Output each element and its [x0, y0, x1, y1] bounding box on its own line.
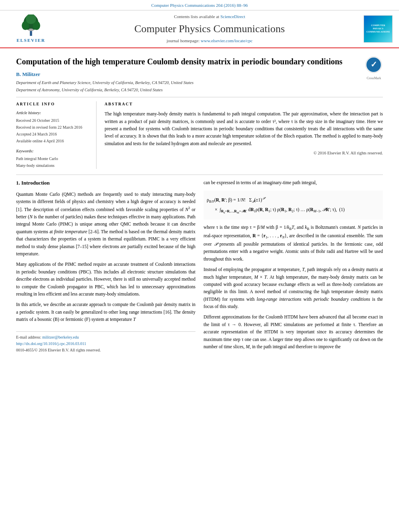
- introduction-heading: 1. Introduction: [16, 179, 195, 187]
- right-col-para-2: Instead of employing the propagator at t…: [204, 266, 383, 310]
- keyword-2: Many-body simulations: [16, 162, 90, 169]
- elsevier-tree-icon: [15, 14, 47, 37]
- svg-text:✓: ✓: [370, 60, 377, 69]
- email-label: E-mail address:: [16, 335, 41, 339]
- equation-line-2: × ∫R0=R,...,RM=𝒫R′ dR1ρ(R, R1; τ) ρ(R1, …: [207, 205, 380, 216]
- doi-link[interactable]: http://dx.doi.org/10.1016/j.cpc.2016.03.…: [16, 341, 86, 346]
- received-date-2: Received in revised form 22 March 2016: [16, 124, 90, 131]
- email-link[interactable]: militzer@berkeley.edu: [42, 335, 79, 339]
- abstract-title: ABSTRACT: [105, 101, 383, 107]
- article-body-section: 1. Introduction Quantum Monte Carlo (QMC…: [0, 175, 399, 359]
- doi-footnote: http://dx.doi.org/10.1016/j.cpc.2016.03.…: [16, 341, 195, 347]
- article-title: Computation of the high temperature Coul…: [16, 56, 383, 67]
- history-label: Article history:: [16, 110, 90, 116]
- article-header-section: ✓ CrossMark Computation of the high temp…: [0, 48, 399, 175]
- journal-homepage-line: journal homepage: www.elsevier.com/locat…: [61, 38, 358, 44]
- article-info-abstract-section: ARTICLE INFO Article history: Received 2…: [16, 101, 383, 169]
- right-col-para-3: Different approximations for the Coulomb…: [204, 313, 383, 350]
- keywords-label: Keywords:: [16, 148, 90, 154]
- accepted-date: Accepted 24 March 2016: [16, 131, 90, 138]
- article-header-divider: [16, 97, 383, 97]
- intro-paragraph-2: Many applications of the PIMC method req…: [16, 261, 195, 298]
- crossmark-label: CrossMark: [365, 76, 383, 80]
- publisher-logo-area: ELSEVIER: [5, 14, 57, 44]
- svg-point-6: [28, 29, 34, 31]
- journal-title-area: Contents lists available at ScienceDirec…: [61, 14, 358, 44]
- keywords-section: Keywords: Path integral Monte Carlo Many…: [16, 148, 90, 169]
- citation-text: Computer Physics Communications 204 (201…: [151, 3, 248, 8]
- keyword-1: Path integral Monte Carlo: [16, 155, 90, 162]
- author-name: B. Militzer: [16, 71, 383, 78]
- crossmark-badge: ✓ CrossMark: [365, 56, 383, 80]
- equation-line-1: ρB/F(R, R′; β) = 1/N! Σ𝒫(±1)𝒫: [207, 195, 380, 205]
- journal-header: ELSEVIER Contents lists available at Sci…: [0, 10, 399, 48]
- journal-title: Computer Physics Communications: [61, 22, 358, 36]
- body-column-left: 1. Introduction Quantum Monte Carlo (QMC…: [16, 179, 195, 353]
- issn-footnote: 0010-4655/© 2016 Elsevier B.V. All right…: [16, 347, 195, 353]
- two-column-body: 1. Introduction Quantum Monte Carlo (QMC…: [16, 179, 383, 353]
- journal-cover-thumbnail: COMPUTER PHYSICS COMMUNICATIONS: [364, 15, 393, 43]
- article-info-title: ARTICLE INFO: [16, 101, 90, 107]
- right-col-para-1: where τ is the time step τ = β/M with β …: [204, 224, 383, 263]
- intro-paragraph-1: Quantum Monte Carlo (QMC) methods are fr…: [16, 191, 195, 257]
- right-col-intro: can be expressed in terms of an imaginar…: [204, 179, 383, 186]
- online-date: Available online 4 April 2016: [16, 138, 90, 144]
- journal-thumbnail-area: COMPUTER PHYSICS COMMUNICATIONS: [362, 14, 394, 44]
- abstract-column: ABSTRACT The high temperature many-body …: [105, 101, 383, 169]
- footnotes: E-mail address: militzer@berkeley.edu ht…: [16, 331, 195, 353]
- article-info-column: ARTICLE INFO Article history: Received 2…: [16, 101, 97, 169]
- email-footnote: E-mail address: militzer@berkeley.edu: [16, 334, 195, 341]
- article-dates: Received 26 October 2015 Received in rev…: [16, 117, 90, 144]
- intro-paragraph-3: In this article, we describe an accurate…: [16, 301, 195, 323]
- author-affiliation-2: Department of Astronomy, University of C…: [16, 87, 383, 93]
- contents-available: Contents lists available at ScienceDirec…: [61, 14, 358, 20]
- elsevier-text-label: ELSEVIER: [16, 37, 45, 43]
- journal-url-link[interactable]: www.elsevier.com/locate/cpc: [201, 38, 253, 43]
- author-affiliation-1: Department of Earth and Planetary Scienc…: [16, 80, 383, 86]
- body-column-right: can be expressed in terms of an imaginar…: [204, 179, 383, 353]
- received-date-1: Received 26 October 2015: [16, 117, 90, 124]
- sciencedirect-link[interactable]: ScienceDirect: [220, 14, 245, 19]
- equation-block: ρB/F(R, R′; β) = 1/N! Σ𝒫(±1)𝒫 × ∫R0=R,..…: [204, 191, 383, 220]
- elsevier-logo: ELSEVIER: [15, 14, 47, 43]
- copyright-line: © 2016 Elsevier R.V. All rights reserved…: [105, 150, 383, 156]
- abstract-text: The high temperature many-body density m…: [105, 110, 383, 147]
- citation-bar: Computer Physics Communications 204 (201…: [0, 0, 399, 10]
